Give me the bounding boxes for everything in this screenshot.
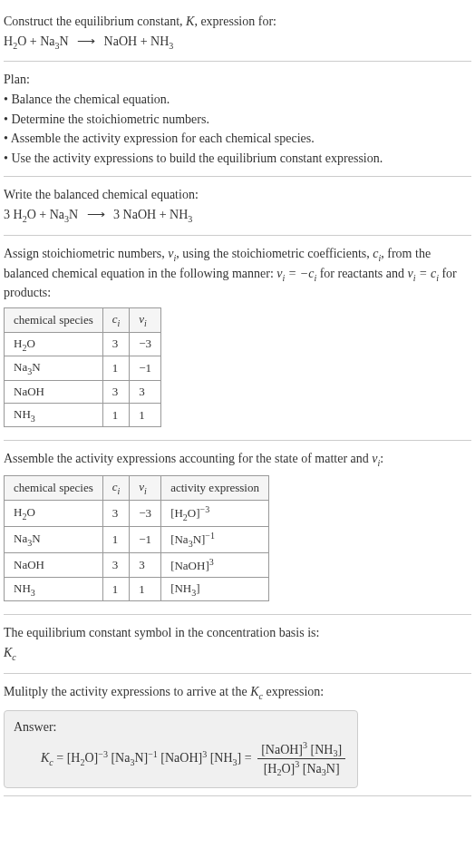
symbol-section: The equilibrium constant symbol in the c…: [4, 615, 471, 673]
table-row: NaOH33: [5, 380, 161, 403]
table-row: NaOH33[NaOH]3: [5, 552, 269, 577]
col-nu: νi: [130, 307, 161, 332]
col-activity: activity expression: [161, 476, 269, 501]
plan-bullet: • Determine the stoichiometric numbers.: [4, 111, 471, 129]
plan-bullet: • Assemble the activity expression for e…: [4, 130, 471, 148]
plan-bullet: • Use the activity expressions to build …: [4, 150, 471, 168]
fraction: [NaOH]3 [NH3][H2O]3 [Na3N]: [257, 740, 345, 778]
assign-text: Assign stoichiometric numbers, νi, using…: [4, 245, 471, 302]
stoichiometry-table: chemical species ci νi H2O3−3 Na3N1−1 Na…: [4, 307, 161, 427]
col-nu: νi: [130, 476, 161, 501]
col-c: ci: [102, 476, 130, 501]
text: , expression for:: [194, 15, 276, 28]
balanced-section: Write the balanced chemical equation: 3 …: [4, 177, 471, 235]
unbalanced-equation: H2O + Na3N ⟶ NaOH + NH3: [4, 33, 471, 53]
table-row: NH311[NH3]: [5, 577, 269, 601]
lhs: H2O + Na3N: [4, 34, 69, 48]
answer-label: Answer:: [14, 720, 348, 735]
multiply-text: Mulitply the activity expressions to arr…: [4, 683, 471, 703]
question-header: Construct the equilibrium constant, K, e…: [4, 4, 471, 62]
activity-section: Assemble the activity expressions accoun…: [4, 441, 471, 615]
rhs: NaOH + NH3: [104, 34, 174, 48]
plan-bullet: • Balance the chemical equation.: [4, 91, 471, 109]
table-header-row: chemical species ci νi activity expressi…: [5, 476, 269, 501]
k-symbol: K: [186, 15, 194, 28]
col-c: ci: [102, 307, 130, 332]
table-row: Na3N1−1[Na3N]−1: [5, 526, 269, 552]
multiply-section: Mulitply the activity expressions to arr…: [4, 674, 471, 796]
balanced-equation: 3 H2O + Na3N ⟶ 3 NaOH + NH3: [4, 206, 471, 226]
table-header-row: chemical species ci νi: [5, 307, 161, 332]
table-row: H2O3−3: [5, 332, 161, 356]
plan-title: Plan:: [4, 71, 471, 89]
answer-box: Answer: Kc = [H2O]−3 [Na3N]−1 [NaOH]3 [N…: [4, 710, 358, 788]
activity-title: Assemble the activity expressions accoun…: [4, 450, 471, 470]
balanced-title: Write the balanced chemical equation:: [4, 186, 471, 204]
arrow: ⟶: [77, 33, 95, 51]
arrow: ⟶: [87, 206, 105, 224]
assign-section: Assign stoichiometric numbers, νi, using…: [4, 236, 471, 442]
symbol-text: The equilibrium constant symbol in the c…: [4, 624, 471, 642]
col-species: chemical species: [5, 476, 103, 501]
activity-table: chemical species ci νi activity expressi…: [4, 475, 269, 601]
table-row: NH311: [5, 403, 161, 427]
table-row: Na3N1−1: [5, 356, 161, 381]
kc-symbol: Kc: [4, 644, 471, 664]
col-species: chemical species: [5, 307, 103, 332]
text: Construct the equilibrium constant,: [4, 15, 186, 28]
answer-expression: Kc = [H2O]−3 [Na3N]−1 [NaOH]3 [NH3] = [N…: [14, 740, 348, 778]
plan-section: Plan: • Balance the chemical equation. •…: [4, 62, 471, 177]
question-intro: Construct the equilibrium constant, K, e…: [4, 13, 471, 31]
table-row: H2O3−3[H2O]−3: [5, 500, 269, 526]
